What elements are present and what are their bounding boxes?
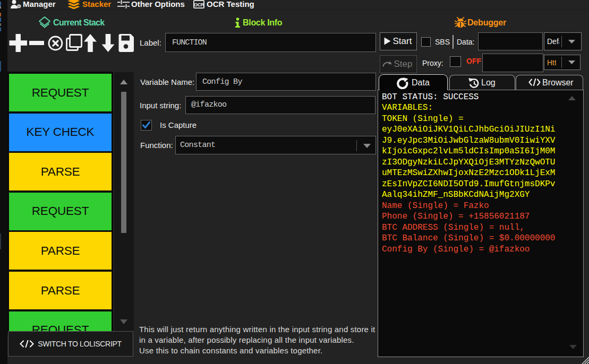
svg-text:OCR: OCR [194, 2, 204, 7]
